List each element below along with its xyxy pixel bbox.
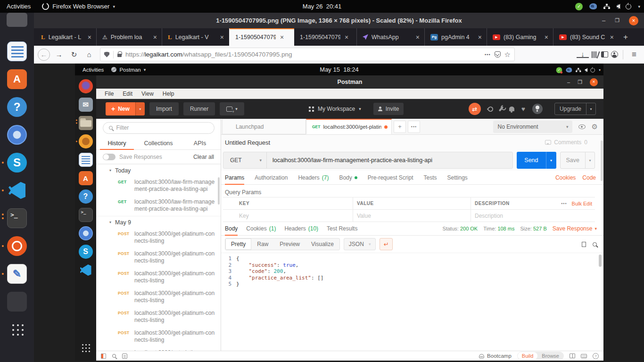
- help-viewer-dock-item[interactable]: ?: [6, 96, 28, 118]
- environment-preview-icon[interactable]: [578, 124, 586, 129]
- network-icon[interactable]: [603, 4, 610, 9]
- app-grid-dock-item[interactable]: [6, 319, 28, 340]
- account-icon[interactable]: [611, 51, 618, 58]
- tab-options-button[interactable]: •••: [408, 121, 420, 133]
- sidebar-scrollbar[interactable]: [218, 177, 220, 205]
- tab-close-button[interactable]: ×: [415, 33, 421, 41]
- bootcamp-button[interactable]: Bootcamp: [479, 353, 512, 359]
- text-editor-dock-item[interactable]: ✎: [6, 263, 28, 285]
- history-item[interactable]: POSTlocalhost:3000/get-platinum-connects…: [96, 327, 221, 347]
- browse-tab[interactable]: Browse: [537, 352, 563, 360]
- request-tab-tests[interactable]: Tests: [423, 171, 437, 184]
- mail-client-dock-item[interactable]: ✉: [79, 98, 93, 112]
- tab-launchpad[interactable]: Launchpad: [222, 119, 306, 134]
- upgrade-button[interactable]: Upgrade ▾: [554, 103, 596, 115]
- activities-button[interactable]: Activities: [0, 3, 37, 10]
- settings-wrench-icon[interactable]: [498, 106, 504, 112]
- request-url-input[interactable]: localhost:3000/law-firm-management-pract…: [267, 157, 432, 164]
- menu-help[interactable]: Help: [163, 90, 174, 97]
- chevron-down-icon[interactable]: ▾: [638, 4, 640, 9]
- ubuntu-software-dock-item[interactable]: A: [6, 68, 28, 90]
- messaging-tray-icon[interactable]: ✓: [575, 3, 583, 10]
- firefox-tab[interactable]: 1-15905047079×: [294, 28, 356, 46]
- hamburger-menu-icon[interactable]: ≡: [628, 50, 640, 59]
- sidebar-tab-collections[interactable]: Collections: [138, 137, 179, 149]
- upgrade-dropdown[interactable]: ▾: [586, 103, 595, 115]
- tab-close-button[interactable]: ×: [544, 33, 549, 41]
- files-dock-item[interactable]: [79, 116, 93, 130]
- build-tab[interactable]: Build: [518, 352, 537, 360]
- format-select[interactable]: JSON ▾: [344, 238, 376, 250]
- skype-dock-item[interactable]: S: [6, 152, 28, 173]
- gear-icon[interactable]: ⚙: [592, 123, 598, 131]
- method-select[interactable]: GET ▾: [223, 152, 267, 168]
- tab-active-request[interactable]: GET localhost:3000/get-platinum-co...: [306, 119, 392, 134]
- viewed-image[interactable]: Activities Postman ▾ May 15 18:24 ✓ ) ▾: [75, 64, 603, 361]
- library-icon[interactable]: [592, 51, 598, 58]
- clock[interactable]: May 26 20:41: [303, 3, 341, 10]
- send-dropdown[interactable]: ▾: [546, 152, 556, 169]
- ubuntu-desktop-dock-item[interactable]: [6, 235, 28, 257]
- recent-app-dock-item[interactable]: [6, 291, 28, 313]
- forward-button[interactable]: →: [53, 50, 65, 58]
- view-tab-pretty[interactable]: Pretty: [225, 239, 251, 250]
- pocket-icon[interactable]: [495, 51, 501, 58]
- downloads-icon[interactable]: ↓: [577, 51, 589, 58]
- tab-close-button[interactable]: ×: [87, 33, 92, 41]
- value-input[interactable]: Value: [353, 210, 471, 222]
- url-bar[interactable]: https://legalkart.com/whatsapp_files/1-1…: [100, 48, 515, 61]
- save-button[interactable]: Save ▾: [560, 152, 595, 169]
- response-body[interactable]: 1{2 "success": true,3 "code": 200,4 "pra…: [221, 253, 603, 351]
- request-tab-pre-request-script[interactable]: Pre-request Script: [368, 171, 413, 184]
- bulk-edit-button[interactable]: Bulk Edit: [572, 201, 592, 206]
- history-group-header[interactable]: ▾Today: [96, 164, 221, 176]
- new-dropdown[interactable]: ▾: [135, 102, 145, 115]
- firefox-tab[interactable]: LLegalkart - L×: [35, 28, 96, 46]
- vscode-dock-item[interactable]: [79, 263, 93, 277]
- ubuntu-software-dock-item[interactable]: A: [79, 171, 93, 185]
- find-icon[interactable]: [112, 354, 116, 358]
- bookmark-star-icon[interactable]: ☆: [504, 50, 511, 59]
- skype-dock-item[interactable]: S: [79, 245, 93, 259]
- filter-input[interactable]: Filter: [103, 122, 215, 134]
- main-scrollbar[interactable]: [601, 140, 603, 181]
- notifications-bell-icon[interactable]: [509, 107, 514, 111]
- code-link[interactable]: Code: [582, 174, 596, 181]
- request-tab-headers[interactable]: Headers(7): [298, 171, 329, 184]
- history-item[interactable]: POSTlocalhost:3000/get-platinum-connects…: [96, 228, 221, 248]
- tracking-shield-icon[interactable]: [104, 52, 109, 58]
- gradient-app-dock-item[interactable]: [79, 79, 93, 93]
- tab-close-button[interactable]: ×: [344, 33, 349, 41]
- description-input[interactable]: Description: [471, 210, 554, 222]
- firefox-tab[interactable]: WhatsApp×: [356, 28, 424, 46]
- new-tab-button[interactable]: +: [619, 33, 633, 42]
- new-tab-button[interactable]: +: [394, 121, 406, 133]
- terminal-dock-item[interactable]: >_: [6, 207, 28, 229]
- clear-all-button[interactable]: Clear all: [193, 154, 214, 160]
- firefox-titlebar[interactable]: 1-1590504707995.png (PNG Image, 1366 × 7…: [34, 13, 644, 28]
- response-tab-cookies[interactable]: Cookies(1): [246, 222, 276, 235]
- runner-button[interactable]: Runner: [183, 102, 215, 115]
- menu-file[interactable]: File: [105, 90, 114, 97]
- request-tab-settings[interactable]: Settings: [447, 171, 468, 184]
- libreoffice-writer-dock-item[interactable]: [6, 41, 28, 62]
- key-input[interactable]: Key: [235, 210, 353, 222]
- workspace-switcher[interactable]: My Workspace ▾: [309, 106, 361, 112]
- interceptor-icon[interactable]: [487, 105, 494, 113]
- console-icon[interactable]: [122, 354, 127, 359]
- sidebar-toggle-icon[interactable]: [101, 354, 106, 359]
- tab-close-button[interactable]: ×: [279, 33, 285, 41]
- view-tab-raw[interactable]: Raw: [251, 239, 274, 250]
- history-item[interactable]: GETlocalhost:3000/law-firm-management-pr…: [96, 176, 221, 196]
- app-grid-dock-item[interactable]: [79, 341, 93, 355]
- save-response-button[interactable]: Save Response ▾: [553, 225, 597, 232]
- chromium-browser-dock-item[interactable]: [6, 124, 28, 146]
- history-item[interactable]: POSTlocalhost:3000/get-platinum-connects…: [96, 288, 221, 307]
- request-tab-params[interactable]: Params: [225, 171, 244, 184]
- copy-icon[interactable]: [582, 242, 586, 247]
- environment-select[interactable]: No Environment ▾: [493, 121, 572, 133]
- send-button[interactable]: Send ▾: [517, 152, 556, 169]
- firefox-tab[interactable]: ⚠Problem loa×: [96, 28, 162, 46]
- help-viewer-dock-item[interactable]: ?: [79, 189, 93, 204]
- firefox-app-menu[interactable]: Firefox Web Browser ▾: [37, 3, 120, 10]
